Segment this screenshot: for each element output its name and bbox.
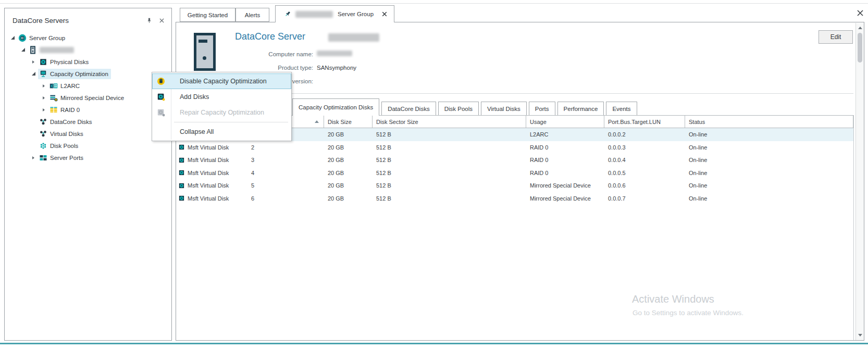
cell-port-bus-target-lun: 0.0.0.3	[604, 141, 685, 154]
cell-port-bus-target-lun: 0.0.0.5	[604, 167, 685, 180]
column-header[interactable]: Status	[685, 116, 853, 128]
server-ports-icon	[39, 154, 47, 162]
menu-item-collapse-all[interactable]: Collapse All	[152, 124, 291, 140]
scrollbar-thumb[interactable]	[858, 33, 862, 63]
close-tab-icon[interactable]	[381, 11, 394, 17]
pushpin-icon[interactable]	[284, 10, 291, 18]
tree-item[interactable]	[5, 44, 171, 56]
server-tree: Server Group Physical Disks Capacity Opt…	[5, 29, 171, 164]
tree-item[interactable]: DataCore Disks	[5, 116, 171, 128]
physical-disks-icon	[39, 58, 47, 66]
tree-expander-icon[interactable]	[40, 106, 47, 114]
content-tab-label: Ports	[535, 106, 549, 112]
tree-item[interactable]: Disk Pools	[5, 140, 171, 152]
tree-item[interactable]: Physical Disks	[5, 56, 171, 68]
tab-alerts[interactable]: Alerts	[235, 8, 269, 22]
app-window: DataCore Servers Server Group Ph	[0, 0, 868, 349]
content-tab-virtual-disks[interactable]: Virtual Disks	[481, 102, 527, 115]
add-disks-icon	[157, 93, 165, 101]
close-document-area-icon[interactable]	[856, 9, 864, 17]
context-menu: Disable Capacity Optimization Add Disks …	[152, 72, 292, 141]
tree-item[interactable]: Mirrored Special Device	[5, 92, 171, 104]
column-header[interactable]: Usage	[526, 116, 604, 128]
blurred-server-name	[328, 33, 379, 42]
menu-item-add-disks[interactable]: Add Disks	[152, 89, 291, 105]
scroll-down-icon[interactable]	[858, 334, 862, 336]
menu-item-disable-capacity-optimization[interactable]: Disable Capacity Optimization	[152, 73, 291, 89]
cell-disk-size: 20 GB	[324, 192, 373, 205]
tree-item[interactable]: Capacity Optimization	[5, 68, 171, 80]
cell-disk-size: 20 GB	[324, 128, 373, 141]
tab-label: Alerts	[245, 12, 260, 18]
content-tab-label: Capacity Optimization Disks	[299, 104, 373, 110]
disk-icon	[178, 182, 185, 189]
window-top-border	[0, 3, 868, 4]
tree-expander-icon[interactable]	[9, 34, 16, 42]
tree-expander-icon[interactable]	[19, 46, 27, 54]
cell-status: On-line	[685, 192, 853, 205]
tree-item[interactable]: L2ARC	[5, 80, 171, 92]
content-tab-capacity-optimization-disks[interactable]: Capacity Optimization Disks	[292, 98, 379, 116]
pin-icon[interactable]	[146, 17, 153, 24]
tree-item[interactable]: Server Ports	[5, 152, 171, 164]
tree-item[interactable]: Virtual Disks	[5, 128, 171, 140]
repair-capacity-icon	[157, 108, 165, 117]
tree-expander-icon[interactable]	[30, 154, 37, 161]
table-row[interactable]: Msft Virtual Disk 5 20 GB 512 B Mirrored…	[177, 179, 853, 192]
column-header[interactable]: Disk Sector Size	[373, 116, 526, 128]
blurred-server-name	[40, 47, 74, 53]
content-tab-events[interactable]: Events	[606, 102, 637, 115]
tree-item[interactable]: RAID 0	[5, 104, 171, 116]
tab-label: Getting Started	[188, 12, 228, 18]
table-row[interactable]: Msft Virtual Disk 3 20 GB 512 B RAID 0 0…	[177, 154, 853, 167]
menu-separator	[174, 122, 288, 122]
disk-icon	[178, 157, 185, 164]
tree-expander-icon[interactable]	[30, 58, 37, 66]
disk-icon	[178, 144, 185, 151]
vertical-scrollbar[interactable]	[855, 23, 864, 340]
cell-disk-size: 20 GB	[324, 141, 373, 154]
cell-port-bus-target-lun: 0.0.0.2	[604, 128, 685, 141]
tab-getting-started[interactable]: Getting Started	[180, 8, 235, 22]
cell-usage: RAID 0	[526, 167, 604, 180]
column-header[interactable]: Disk Size	[324, 116, 373, 128]
content-tab-performance[interactable]: Performance	[557, 102, 604, 115]
cell-disk-size: 20 GB	[324, 167, 373, 180]
close-panel-icon[interactable]	[158, 17, 165, 24]
virtual-disks-icon	[39, 130, 47, 138]
table-row[interactable]: Msft Virtual Disk 4 20 GB 512 B RAID 0 0…	[177, 167, 853, 180]
cell-sector-size: 512 B	[373, 192, 526, 205]
column-header[interactable]: Port.Bus.Target.LUN	[604, 116, 685, 128]
cell-usage: Mirrored Special Device	[526, 192, 604, 205]
tree-expander-icon[interactable]	[30, 70, 37, 78]
cell-disk-size: 20 GB	[324, 179, 373, 192]
table-row[interactable]: Msft Virtual Disk 2 20 GB 512 B RAID 0 0…	[177, 141, 853, 154]
tree-expander-icon[interactable]	[30, 130, 37, 138]
cell-sector-size: 512 B	[373, 167, 526, 180]
edit-button[interactable]: Edit	[819, 30, 853, 44]
panel-header: DataCore Servers	[5, 8, 171, 29]
cell-usage: RAID 0	[526, 141, 604, 154]
menu-item-repair-capacity-optimization[interactable]: Repair Capacity Optimization	[152, 105, 291, 120]
content-tab-datacore-disks[interactable]: DataCore Disks	[381, 102, 436, 115]
content-tab-disk-pools[interactable]: Disk Pools	[438, 102, 479, 115]
l2arc-icon	[49, 82, 58, 90]
raid0-icon	[49, 106, 58, 114]
tree-expander-icon[interactable]	[40, 82, 47, 90]
table-row[interactable]: Msft Virtual Disk 6 20 GB 512 B Mirrored…	[177, 192, 853, 205]
cell-status: On-line	[685, 167, 853, 180]
capacity-optimization-icon	[39, 70, 47, 78]
server-icon	[29, 46, 37, 54]
sort-ascending-icon	[315, 120, 319, 123]
activate-windows-watermark: Activate Windows	[632, 293, 714, 305]
tree-expander-icon[interactable]	[40, 94, 47, 102]
tree-item[interactable]: Server Group	[5, 32, 171, 44]
tree-expander-icon[interactable]	[30, 118, 37, 126]
detail-row-product-type: Product type: SANsymphony	[176, 64, 356, 71]
tab-server-group[interactable]: Server Group	[275, 5, 394, 22]
content-tab-ports[interactable]: Ports	[529, 102, 555, 115]
content-tab-label: Virtual Disks	[487, 106, 520, 112]
cell-usage: RAID 0	[526, 154, 604, 167]
tree-expander-icon[interactable]	[30, 142, 37, 149]
scroll-up-icon[interactable]	[858, 27, 862, 29]
